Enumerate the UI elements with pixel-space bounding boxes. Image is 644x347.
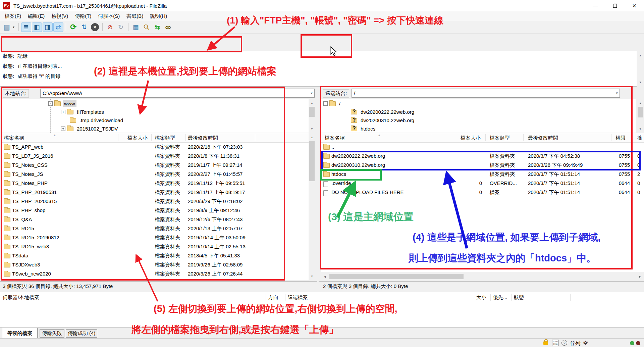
queue-tab[interactable]: 傳輸失敗 [40, 329, 64, 338]
file-row[interactable]: TS_LD7_JS_2016 檔案資料夾 2020/1/8 下午 11:38:3… [1, 152, 309, 161]
restore-button[interactable] [605, 0, 625, 11]
queue-column-remote[interactable]: 遠端檔案 [288, 294, 308, 301]
scroll-right-icon[interactable]: ▶ [637, 273, 643, 280]
file-row[interactable]: DO NOT UPLOAD FILES HERE 0 檔案 2020/3/7 下… [321, 188, 644, 197]
site-manager-icon[interactable]: ▤ [2, 22, 12, 32]
column-size[interactable]: 檔案大小 [461, 135, 481, 141]
menu-item[interactable]: 編輯(E) [24, 12, 48, 20]
queue-column-status[interactable]: 狀態 [514, 294, 524, 301]
file-row[interactable]: TS_PHP_20190531 檔案資料夾 2019/11/17 上午 08:1… [1, 188, 309, 197]
tree-expander[interactable]: + [61, 110, 65, 114]
menu-item[interactable]: 傳輸(T) [71, 12, 95, 20]
sync-browsing-icon[interactable]: ⇆ [152, 22, 162, 32]
file-row[interactable]: TSdata 檔案資料夾 2018/4/5 下午 05:41:33 [1, 251, 309, 260]
toolbar-separator[interactable] [128, 23, 128, 31]
scrollbar-thumb[interactable] [638, 107, 643, 117]
scroll-up-icon[interactable]: ▲ [637, 52, 644, 59]
find-files-icon[interactable]: ⚲ [140, 20, 153, 34]
tree-item[interactable]: .tmp.drivedownload [1, 116, 309, 125]
file-row[interactable]: TSweb_new2020 檔案資料夾 2020/3/26 上午 07:26:4… [1, 269, 309, 279]
file-row[interactable]: TS_PHP_shop 檔案資料夾 2019/4/9 上午 09:12:46 [1, 206, 309, 215]
menu-item[interactable]: 伺服器(S) [95, 12, 123, 20]
scroll-down-icon[interactable]: ▼ [637, 79, 644, 86]
column-modified[interactable]: 最後修改時間 [528, 135, 558, 141]
menu-item[interactable]: 檔案(F) [1, 12, 24, 20]
scroll-up-icon[interactable]: ▲ [309, 134, 315, 141]
file-row[interactable]: TS_APP_web 檔案資料夾 2020/2/16 下午 07:23:03 [1, 143, 309, 152]
queue-column-priority[interactable]: 優先... [493, 294, 507, 301]
tree-expander[interactable]: + [61, 127, 65, 131]
file-row[interactable]: TS_Notes_PHP 檔案資料夾 2019/11/12 上午 09:55:5… [1, 179, 309, 188]
column-permissions[interactable]: 權限 [615, 135, 626, 141]
menu-item[interactable]: 檢視(V) [48, 12, 71, 20]
file-row[interactable]: .override 0 OVERRID... 2020/3/7 下午 01:51… [321, 179, 644, 188]
toggle-remote-tree-icon[interactable]: ◨ [43, 22, 53, 32]
file-row[interactable]: dw20200310.22web.org 檔案資料夾 2020/3/26 下午 … [321, 161, 644, 170]
file-row[interactable]: dw20200222.22web.org 檔案資料夾 2020/3/7 下午 0… [321, 152, 644, 161]
refresh-icon[interactable]: ⟳ [68, 22, 78, 32]
scroll-up-icon[interactable]: ▲ [309, 100, 315, 106]
queue-column-local[interactable]: 伺服器/本地檔案 [3, 294, 39, 301]
tree-item[interactable]: + 20151002_TSJDV [1, 125, 309, 133]
tree-item[interactable]: dw20200222.22web.org [321, 108, 636, 116]
process-queue-icon[interactable]: ⇅ [79, 22, 89, 32]
close-button[interactable]: × [625, 0, 644, 11]
column-type[interactable]: 檔案類型 [155, 135, 175, 141]
minimize-button[interactable]: — [586, 0, 605, 11]
scroll-left-icon[interactable]: ◀ [321, 273, 328, 280]
file-row[interactable]: TS_RD15_web3 檔案資料夾 2019/10/14 上午 02:55:1… [1, 242, 309, 251]
cancel-icon[interactable]: × [91, 23, 99, 31]
queue-column-size[interactable]: 大小 [476, 294, 486, 301]
tree-item[interactable]: dw20200310.22web.org [321, 116, 636, 125]
tree-item[interactable]: - / [321, 99, 636, 108]
file-row[interactable]: TSJDXweb3 檔案資料夾 2019/9/26 上午 02:58:09 [1, 260, 309, 269]
file-row[interactable]: TS_Q&A 檔案資料夾 2019/12/6 下午 08:27:43 [1, 215, 309, 224]
file-row[interactable]: .. [321, 143, 644, 152]
toolbar-separator[interactable] [66, 23, 66, 31]
queue-tab[interactable]: 等候的檔案 [2, 328, 38, 338]
tree-item[interactable]: - www [1, 99, 309, 108]
column-type[interactable]: 檔案類型 [490, 135, 510, 141]
tree-item[interactable]: htdocs [321, 125, 636, 133]
column-owner[interactable]: 擁 [637, 135, 642, 141]
scrollbar-thumb[interactable] [309, 141, 315, 181]
file-row[interactable]: TS_RD15_20190812 檔案資料夾 2019/10/14 上午 03:… [1, 233, 309, 242]
scroll-down-icon[interactable]: ▼ [637, 126, 644, 132]
chevron-down-icon[interactable]: ∨ [615, 91, 618, 95]
tree-expander[interactable]: - [323, 101, 328, 106]
local-path-combo[interactable]: C:\AppServ\www\ ∨ [40, 89, 315, 98]
file-row[interactable]: htdocs 檔案資料夾 2020/3/7 下午 01:51:14 0755 2 [321, 170, 644, 179]
reconnect-icon[interactable]: ↻ [116, 22, 126, 32]
remote-path-combo[interactable]: / ∨ [352, 89, 620, 98]
column-modified[interactable]: 最後修改時間 [188, 135, 218, 141]
menu-item[interactable]: 書籤(B) [123, 12, 147, 20]
file-row[interactable]: TS_RD15 檔案資料夾 2020/1/13 上午 02:57:07 [1, 224, 309, 233]
toggle-log-icon[interactable]: ≣ [21, 22, 31, 32]
binary-log-icon[interactable]: 01000011 [552, 340, 559, 346]
toggle-local-tree-icon[interactable]: ◧ [32, 22, 42, 32]
column-name[interactable]: 檔案名稱 [325, 135, 345, 141]
directory-compare-icon[interactable]: ▦ [131, 22, 141, 32]
column-size[interactable]: 檔案大小 [127, 135, 148, 141]
scroll-down-icon[interactable]: ▼ [309, 273, 315, 280]
binoculars-icon[interactable]: ∞ [163, 22, 173, 32]
file-row[interactable]: TS_Notes_CSS 檔案資料夾 2019/11/7 上午 09:27:14 [1, 161, 309, 170]
file-row[interactable]: TS_PHP_20200315 檔案資料夾 2020/3/29 下午 07:18… [1, 197, 309, 206]
disconnect-icon[interactable]: ⊘ [105, 22, 115, 32]
scroll-up-icon[interactable]: ▲ [637, 100, 644, 106]
file-row[interactable]: TS_Notes_JS 檔案資料夾 2020/2/27 上午 01:45:57 [1, 170, 309, 179]
scrollbar-thumb[interactable] [309, 107, 315, 117]
toolbar-separator[interactable] [18, 23, 19, 31]
tree-item[interactable]: + !!!Templates [1, 108, 309, 116]
chevron-down-icon[interactable]: ∨ [310, 91, 313, 95]
toggle-queue-icon[interactable]: ⇄ [53, 22, 63, 32]
site-manager-dropdown-icon[interactable]: ▾ [11, 22, 16, 32]
queue-tab[interactable]: 傳輸成功 (4) [66, 329, 97, 338]
column-name[interactable]: 檔案名稱 [4, 135, 24, 141]
toolbar-separator[interactable] [102, 23, 103, 31]
scroll-down-icon[interactable]: ▼ [309, 126, 315, 132]
scrollbar-thumb[interactable] [329, 274, 464, 279]
menu-item[interactable]: 說明(H) [147, 12, 170, 20]
queue-column-direction[interactable]: 方向 [268, 294, 278, 301]
help-icon[interactable]: ? [561, 340, 567, 346]
